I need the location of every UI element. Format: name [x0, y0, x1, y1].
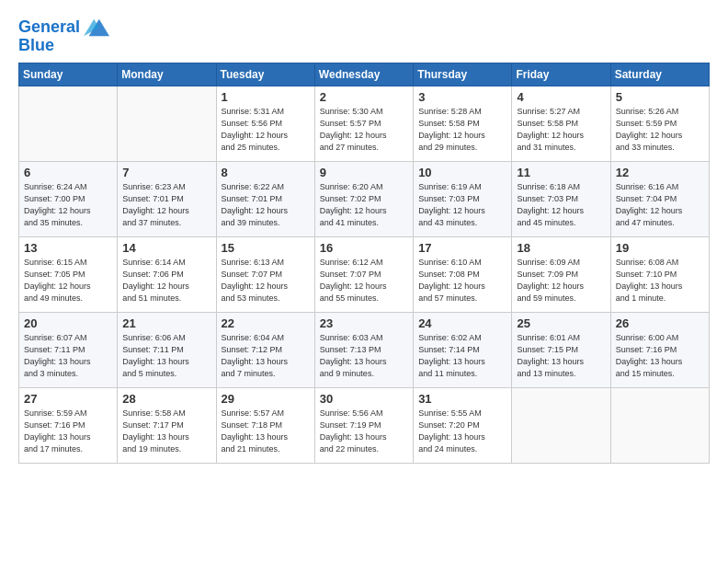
calendar-cell: 11Sunrise: 6:18 AM Sunset: 7:03 PM Dayli…: [512, 161, 610, 236]
day-number: 17: [418, 241, 506, 255]
calendar-table: SundayMondayTuesdayWednesdayThursdayFrid…: [18, 63, 710, 464]
cell-detail: Sunrise: 6:10 AM Sunset: 7:08 PM Dayligh…: [418, 257, 506, 304]
calendar-cell: 19Sunrise: 6:08 AM Sunset: 7:10 PM Dayli…: [610, 236, 709, 312]
day-number: 31: [418, 392, 506, 406]
calendar-cell: 20Sunrise: 6:07 AM Sunset: 7:11 PM Dayli…: [19, 312, 118, 387]
weekday-header-wednesday: Wednesday: [314, 63, 413, 86]
cell-detail: Sunrise: 6:13 AM Sunset: 7:07 PM Dayligh…: [222, 257, 310, 304]
day-number: 12: [616, 166, 704, 179]
day-number: 11: [517, 166, 605, 179]
calendar-cell: [512, 387, 610, 463]
calendar-cell: 25Sunrise: 6:01 AM Sunset: 7:15 PM Dayli…: [512, 312, 610, 387]
cell-detail: Sunrise: 6:06 AM Sunset: 7:11 PM Dayligh…: [122, 332, 210, 380]
day-number: 9: [320, 166, 408, 179]
cell-detail: Sunrise: 6:09 AM Sunset: 7:09 PM Dayligh…: [517, 257, 605, 304]
weekday-header-tuesday: Tuesday: [216, 63, 314, 86]
calendar-cell: 24Sunrise: 6:02 AM Sunset: 7:14 PM Dayli…: [414, 312, 512, 387]
cell-detail: Sunrise: 6:24 AM Sunset: 7:00 PM Dayligh…: [24, 181, 112, 229]
day-number: 5: [616, 90, 704, 104]
calendar-cell: 13Sunrise: 6:15 AM Sunset: 7:05 PM Dayli…: [19, 236, 118, 312]
calendar-cell: 4Sunrise: 5:27 AM Sunset: 5:58 PM Daylig…: [512, 86, 610, 161]
cell-detail: Sunrise: 5:26 AM Sunset: 5:59 PM Dayligh…: [616, 106, 704, 154]
day-number: 15: [222, 241, 310, 255]
calendar-cell: 15Sunrise: 6:13 AM Sunset: 7:07 PM Dayli…: [216, 236, 314, 312]
calendar-cell: 5Sunrise: 5:26 AM Sunset: 5:59 PM Daylig…: [610, 86, 709, 161]
weekday-header-monday: Monday: [118, 63, 216, 86]
cell-detail: Sunrise: 6:18 AM Sunset: 7:03 PM Dayligh…: [517, 181, 605, 229]
calendar-cell: 1Sunrise: 5:31 AM Sunset: 5:56 PM Daylig…: [216, 86, 314, 161]
logo-icon: [84, 15, 109, 40]
calendar-cell: 23Sunrise: 6:03 AM Sunset: 7:13 PM Dayli…: [314, 312, 413, 387]
calendar-cell: 10Sunrise: 6:19 AM Sunset: 7:03 PM Dayli…: [414, 161, 512, 236]
cell-detail: Sunrise: 6:15 AM Sunset: 7:05 PM Dayligh…: [24, 257, 112, 304]
day-number: 24: [418, 316, 506, 330]
calendar-cell: 28Sunrise: 5:58 AM Sunset: 7:17 PM Dayli…: [118, 387, 216, 463]
cell-detail: Sunrise: 6:03 AM Sunset: 7:13 PM Dayligh…: [320, 332, 408, 380]
day-number: 4: [517, 90, 605, 104]
calendar-cell: 31Sunrise: 5:55 AM Sunset: 7:20 PM Dayli…: [414, 387, 512, 463]
day-number: 21: [122, 316, 210, 330]
cell-detail: Sunrise: 5:59 AM Sunset: 7:16 PM Dayligh…: [24, 408, 112, 455]
cell-detail: Sunrise: 5:27 AM Sunset: 5:58 PM Dayligh…: [517, 106, 605, 154]
day-number: 18: [517, 241, 605, 255]
cell-detail: Sunrise: 5:55 AM Sunset: 7:20 PM Dayligh…: [418, 408, 506, 455]
calendar-cell: 9Sunrise: 6:20 AM Sunset: 7:02 PM Daylig…: [314, 161, 413, 236]
calendar-cell: 21Sunrise: 6:06 AM Sunset: 7:11 PM Dayli…: [118, 312, 216, 387]
cell-detail: Sunrise: 5:28 AM Sunset: 5:58 PM Dayligh…: [418, 106, 506, 154]
calendar-cell: 22Sunrise: 6:04 AM Sunset: 7:12 PM Dayli…: [216, 312, 314, 387]
day-number: 25: [517, 316, 605, 330]
calendar-cell: [610, 387, 709, 463]
calendar-cell: [118, 86, 216, 161]
day-number: 14: [122, 241, 210, 255]
day-number: 16: [320, 241, 408, 255]
cell-detail: Sunrise: 6:04 AM Sunset: 7:12 PM Dayligh…: [222, 332, 310, 380]
day-number: 8: [222, 166, 310, 179]
day-number: 27: [24, 392, 112, 406]
day-number: 23: [320, 316, 408, 330]
header: General Blue: [18, 15, 710, 55]
weekday-header-friday: Friday: [512, 63, 610, 86]
cell-detail: Sunrise: 6:20 AM Sunset: 7:02 PM Dayligh…: [320, 181, 408, 229]
calendar-cell: 7Sunrise: 6:23 AM Sunset: 7:01 PM Daylig…: [118, 161, 216, 236]
weekday-header-thursday: Thursday: [414, 63, 512, 86]
calendar-cell: 16Sunrise: 6:12 AM Sunset: 7:07 PM Dayli…: [314, 236, 413, 312]
cell-detail: Sunrise: 6:16 AM Sunset: 7:04 PM Dayligh…: [616, 181, 704, 229]
cell-detail: Sunrise: 6:01 AM Sunset: 7:15 PM Dayligh…: [517, 332, 605, 380]
calendar-cell: 2Sunrise: 5:30 AM Sunset: 5:57 PM Daylig…: [314, 86, 413, 161]
calendar-cell: 29Sunrise: 5:57 AM Sunset: 7:18 PM Dayli…: [216, 387, 314, 463]
calendar-week-4: 20Sunrise: 6:07 AM Sunset: 7:11 PM Dayli…: [19, 312, 710, 387]
day-number: 3: [418, 90, 506, 104]
calendar-header: SundayMondayTuesdayWednesdayThursdayFrid…: [19, 63, 710, 86]
day-number: 1: [222, 90, 310, 104]
cell-detail: Sunrise: 6:00 AM Sunset: 7:16 PM Dayligh…: [616, 332, 704, 380]
logo-text: General: [18, 18, 80, 37]
cell-detail: Sunrise: 5:56 AM Sunset: 7:19 PM Dayligh…: [320, 408, 408, 455]
cell-detail: Sunrise: 6:22 AM Sunset: 7:01 PM Dayligh…: [222, 181, 310, 229]
calendar-cell: 3Sunrise: 5:28 AM Sunset: 5:58 PM Daylig…: [414, 86, 512, 161]
calendar-cell: 17Sunrise: 6:10 AM Sunset: 7:08 PM Dayli…: [414, 236, 512, 312]
cell-detail: Sunrise: 5:58 AM Sunset: 7:17 PM Dayligh…: [122, 408, 210, 455]
day-number: 29: [222, 392, 310, 406]
cell-detail: Sunrise: 5:31 AM Sunset: 5:56 PM Dayligh…: [222, 106, 310, 154]
calendar-cell: 18Sunrise: 6:09 AM Sunset: 7:09 PM Dayli…: [512, 236, 610, 312]
cell-detail: Sunrise: 5:30 AM Sunset: 5:57 PM Dayligh…: [320, 106, 408, 154]
calendar-cell: 12Sunrise: 6:16 AM Sunset: 7:04 PM Dayli…: [610, 161, 709, 236]
cell-detail: Sunrise: 6:02 AM Sunset: 7:14 PM Dayligh…: [418, 332, 506, 380]
weekday-header-saturday: Saturday: [610, 63, 709, 86]
day-number: 13: [24, 241, 112, 255]
cell-detail: Sunrise: 6:23 AM Sunset: 7:01 PM Dayligh…: [122, 181, 210, 229]
calendar-cell: 6Sunrise: 6:24 AM Sunset: 7:00 PM Daylig…: [19, 161, 118, 236]
cell-detail: Sunrise: 6:12 AM Sunset: 7:07 PM Dayligh…: [320, 257, 408, 304]
day-number: 30: [320, 392, 408, 406]
calendar-week-2: 6Sunrise: 6:24 AM Sunset: 7:00 PM Daylig…: [19, 161, 710, 236]
calendar-body: 1Sunrise: 5:31 AM Sunset: 5:56 PM Daylig…: [19, 86, 710, 463]
day-number: 22: [222, 316, 310, 330]
day-number: 28: [122, 392, 210, 406]
weekday-header-row: SundayMondayTuesdayWednesdayThursdayFrid…: [19, 63, 710, 86]
weekday-header-sunday: Sunday: [19, 63, 118, 86]
calendar-cell: 14Sunrise: 6:14 AM Sunset: 7:06 PM Dayli…: [118, 236, 216, 312]
calendar-cell: 27Sunrise: 5:59 AM Sunset: 7:16 PM Dayli…: [19, 387, 118, 463]
calendar-cell: 26Sunrise: 6:00 AM Sunset: 7:16 PM Dayli…: [610, 312, 709, 387]
cell-detail: Sunrise: 6:19 AM Sunset: 7:03 PM Dayligh…: [418, 181, 506, 229]
calendar-week-1: 1Sunrise: 5:31 AM Sunset: 5:56 PM Daylig…: [19, 86, 710, 161]
